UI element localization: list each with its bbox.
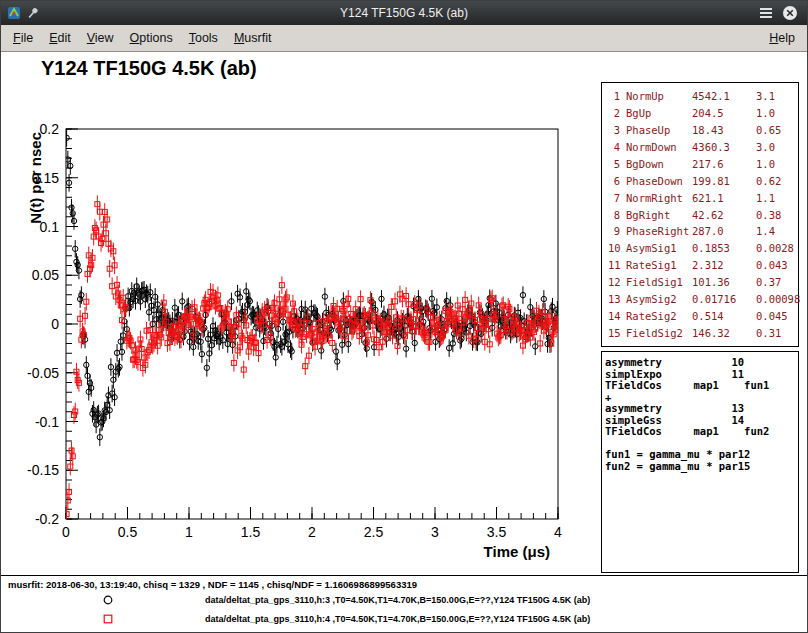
- menu-item-options[interactable]: Options: [122, 27, 181, 49]
- param-number: 6: [608, 175, 620, 187]
- param-number: 4: [608, 141, 620, 153]
- menu-item-view[interactable]: View: [79, 27, 122, 49]
- param-value: 101.36: [692, 276, 756, 288]
- param-error: 0.38: [756, 209, 796, 221]
- param-error: 0.043: [756, 259, 796, 271]
- theory-line: fun2 = gamma_mu * par15: [605, 461, 795, 473]
- param-name: FieldSig1: [626, 276, 692, 288]
- param-error: 1.1: [756, 192, 796, 204]
- param-name: NormRight: [626, 192, 692, 204]
- svg-text:3: 3: [431, 524, 439, 540]
- param-number: 5: [608, 158, 620, 170]
- param-name: AsymSig2: [626, 293, 692, 305]
- param-number: 10: [608, 242, 620, 254]
- app-window: Y124 TF150G 4.5K (ab) FileEditViewOption…: [0, 0, 808, 633]
- param-number: 9: [608, 225, 620, 237]
- pushpin-icon[interactable]: [26, 6, 40, 20]
- param-row: 1NormUp4542.13.1: [608, 90, 796, 102]
- param-value: 2.312: [692, 259, 756, 271]
- param-name: PhaseRight: [626, 225, 692, 237]
- param-row: 5BgDown217.61.0: [608, 158, 796, 170]
- param-row: 12FieldSig1101.360.37: [608, 276, 796, 288]
- menubar-items: FileEditViewOptionsToolsMusrfit: [5, 27, 279, 49]
- param-error: 1.0: [756, 158, 796, 170]
- param-row: 13AsymSig20.017160.00098: [608, 293, 796, 305]
- menubar: FileEditViewOptionsToolsMusrfit Help: [1, 25, 807, 52]
- theory-line: TFieldCos map1 fun2: [605, 426, 795, 438]
- svg-text:-0.05: -0.05: [27, 365, 59, 381]
- param-name: BgDown: [626, 158, 692, 170]
- param-row: 11RateSig12.3120.043: [608, 259, 796, 271]
- param-value: 0.514: [692, 310, 756, 322]
- svg-text:Time (μs): Time (μs): [484, 543, 550, 560]
- param-error: 0.62: [756, 175, 796, 187]
- window-titlebar[interactable]: Y124 TF150G 4.5K (ab): [1, 1, 807, 25]
- svg-text:N(t) per nsec: N(t) per nsec: [27, 132, 44, 224]
- param-name: PhaseDown: [626, 175, 692, 187]
- titlebar-right-icons: [759, 5, 798, 21]
- svg-text:4: 4: [554, 524, 562, 540]
- app-icon: [7, 6, 21, 20]
- param-number: 3: [608, 124, 620, 136]
- param-name: PhaseUp: [626, 124, 692, 136]
- theory-line: TFieldCos map1 fun1: [605, 380, 795, 392]
- theory-line: fun1 = gamma_mu * par12: [605, 449, 795, 461]
- param-error: 0.65: [756, 124, 796, 136]
- window-close-button[interactable]: [782, 5, 798, 21]
- param-number: 15: [608, 327, 620, 339]
- menu-item-edit[interactable]: Edit: [41, 27, 79, 49]
- svg-text:-0.15: -0.15: [27, 462, 59, 478]
- param-name: NormUp: [626, 90, 692, 102]
- param-value: 0.01716: [692, 293, 756, 305]
- svg-text:0: 0: [51, 316, 59, 332]
- legend-entry-1: data/deltat_pta_gps_3110,h:3 ,T0=4.50K,T…: [1, 592, 807, 608]
- svg-text:-0.2: -0.2: [35, 511, 59, 527]
- param-value: 4360.3: [692, 141, 756, 153]
- param-name: RateSig2: [626, 310, 692, 322]
- param-value: 4542.1: [692, 90, 756, 102]
- param-row: 3PhaseUp18.430.65: [608, 124, 796, 136]
- legend-text-2: data/deltat_pta_gps_3110,h:4 ,T0=4.50K,T…: [205, 614, 590, 624]
- titlebar-left-icons: [7, 6, 40, 20]
- param-value: 146.32: [692, 327, 756, 339]
- param-error: 0.31: [756, 327, 796, 339]
- param-name: FieldSig2: [626, 327, 692, 339]
- param-name: BgUp: [626, 107, 692, 119]
- param-number: 1: [608, 90, 620, 102]
- menu-item-tools[interactable]: Tools: [181, 27, 226, 49]
- param-row: 7NormRight621.11.1: [608, 192, 796, 204]
- window-title: Y124 TF150G 4.5K (ab): [1, 1, 807, 25]
- param-name: BgRight: [626, 209, 692, 221]
- param-number: 7: [608, 192, 620, 204]
- param-row: 6PhaseDown199.810.62: [608, 175, 796, 187]
- menu-item-help[interactable]: Help: [761, 27, 803, 49]
- param-number: 11: [608, 259, 620, 271]
- theory-line: asymmetry 13: [605, 403, 795, 415]
- svg-text:1: 1: [185, 524, 193, 540]
- param-name: AsymSig1: [626, 242, 692, 254]
- menu-item-file[interactable]: File: [5, 27, 41, 49]
- legend-text-1: data/deltat_pta_gps_3110,h:3 ,T0=4.50K,T…: [205, 595, 590, 605]
- param-number: 13: [608, 293, 620, 305]
- root-canvas[interactable]: Y124 TF150G 4.5K (ab) 00.511.522.533.54-…: [1, 52, 807, 632]
- param-name: NormDown: [626, 141, 692, 153]
- svg-text:3.5: 3.5: [487, 524, 507, 540]
- param-error: 0.045: [756, 310, 796, 322]
- param-number: 2: [608, 107, 620, 119]
- param-value: 287.0: [692, 225, 756, 237]
- svg-text:-0.1: -0.1: [35, 414, 59, 430]
- param-error: 1.4: [756, 225, 796, 237]
- svg-text:0.05: 0.05: [32, 267, 59, 283]
- fit-parameters-panel: 1NormUp4542.13.12BgUp204.51.03PhaseUp18.…: [601, 82, 799, 347]
- window-menu-icon[interactable]: [759, 7, 773, 19]
- param-value: 204.5: [692, 107, 756, 119]
- fit-info-line: musrfit: 2018-06-30, 13:19:40, chisq = 1…: [8, 579, 417, 590]
- param-error: 0.0028: [756, 242, 796, 254]
- theory-panel: asymmetry 10simplExpo 11TFieldCos map1 f…: [601, 351, 799, 573]
- param-value: 18.43: [692, 124, 756, 136]
- menu-item-musrfit[interactable]: Musrfit: [226, 27, 280, 49]
- param-error: 0.37: [756, 276, 796, 288]
- param-row: 15FieldSig2146.320.31: [608, 327, 796, 339]
- legend-circle-marker-icon: [101, 593, 115, 607]
- svg-text:2: 2: [308, 524, 316, 540]
